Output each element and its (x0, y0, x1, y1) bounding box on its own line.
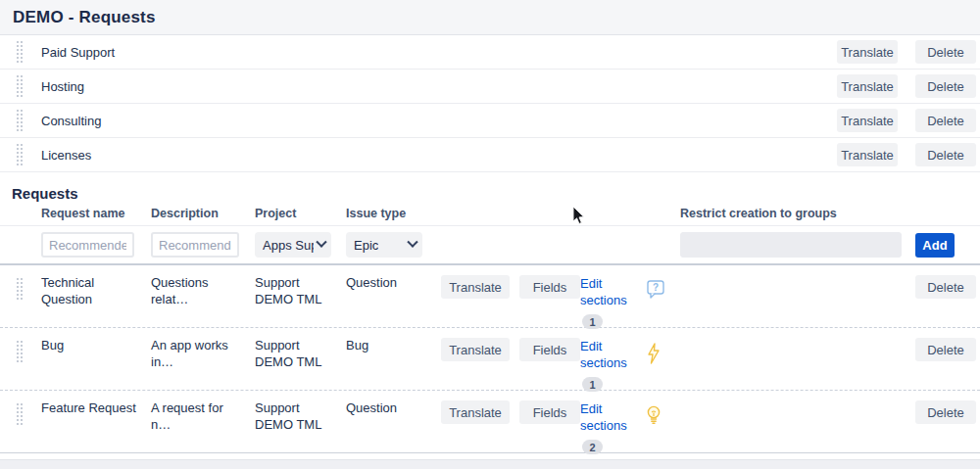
column-header-description: Description (151, 207, 255, 220)
list-item-label: Licenses (41, 148, 91, 163)
request-name-cell: Technical Question (41, 275, 151, 307)
column-header-project: Project (255, 207, 346, 220)
drag-handle-icon[interactable] (16, 402, 24, 426)
project-cell: Support DEMO TML (255, 338, 346, 370)
translate-button[interactable]: Translate (441, 400, 510, 424)
sections-count-badge: 2 (582, 440, 603, 454)
delete-button[interactable]: Delete (915, 74, 976, 98)
project-cell: Support DEMO TML (255, 275, 346, 307)
lightning-icon (645, 342, 680, 369)
delete-button[interactable]: Delete (915, 338, 976, 361)
add-button[interactable]: Add (915, 233, 955, 258)
issue-type-cell: Bug (346, 338, 441, 354)
fields-button[interactable]: Fields (519, 275, 580, 299)
sections-count-badge: 1 (582, 314, 603, 329)
drag-handle-icon[interactable] (16, 277, 24, 301)
restrict-groups-input[interactable] (680, 232, 902, 258)
request-type-list: Paid Support Translate Delete Hosting Tr… (0, 35, 980, 172)
delete-button[interactable]: Delete (915, 143, 976, 166)
footer-strip (0, 459, 980, 469)
add-request-form: Apps Supp Epic Add (0, 226, 980, 265)
chevron-down-icon (316, 237, 326, 248)
requests-table-header: Request name Description Project Issue t… (0, 202, 980, 226)
page-title: DEMO - Requests (13, 8, 156, 27)
drag-handle-icon[interactable] (16, 40, 24, 64)
drag-handle-icon[interactable] (16, 109, 24, 132)
translate-button[interactable]: Translate (837, 74, 898, 98)
column-header-request-name: Request name (41, 207, 151, 220)
lightbulb-icon (645, 404, 680, 432)
delete-button[interactable]: Delete (915, 109, 976, 132)
table-row: Feature Request A request for n… Support… (0, 391, 980, 453)
description-input[interactable] (151, 232, 239, 258)
requests-section-title: Requests (0, 172, 980, 202)
issue-type-select[interactable]: Epic (346, 232, 422, 258)
list-item: Licenses Translate Delete (0, 138, 980, 172)
project-select-value: Apps Supp (263, 238, 314, 253)
list-item: Paid Support Translate Delete (0, 35, 980, 70)
list-item: Consulting Translate Delete (0, 104, 980, 138)
column-header-issue-type: Issue type (346, 207, 441, 220)
page-header: DEMO - Requests (0, 0, 980, 35)
translate-button[interactable]: Translate (837, 143, 898, 166)
translate-button[interactable]: Translate (441, 275, 510, 299)
description-cell: A request for n… (151, 400, 255, 433)
column-header-restrict: Restrict creation to groups (680, 207, 906, 220)
drag-handle-icon[interactable] (16, 340, 24, 363)
delete-button[interactable]: Delete (915, 40, 976, 64)
issue-type-cell: Question (346, 400, 441, 417)
edit-sections-link[interactable]: Edit sections (580, 400, 645, 434)
delete-button[interactable]: Delete (915, 400, 976, 424)
fields-button[interactable]: Fields (519, 338, 580, 361)
table-row: Bug An app works in… Support DEMO TML Bu… (0, 328, 980, 391)
translate-button[interactable]: Translate (441, 338, 510, 361)
list-item-label: Paid Support (41, 45, 115, 60)
svg-text:?: ? (653, 282, 659, 293)
request-name-input[interactable] (41, 232, 134, 258)
table-row: Technical Question Questions relat… Supp… (0, 265, 980, 328)
app-window: DEMO - Requests Paid Support Translate D… (0, 0, 980, 470)
description-cell: Questions relat… (151, 275, 255, 307)
project-select[interactable]: Apps Supp (255, 232, 331, 258)
translate-button[interactable]: Translate (837, 40, 898, 64)
request-name-cell: Bug (41, 338, 151, 354)
edit-sections-link[interactable]: Edit sections (580, 338, 645, 371)
issue-type-select-value: Epic (354, 238, 378, 253)
issue-type-cell: Question (346, 275, 441, 292)
sections-count-badge: 1 (582, 377, 603, 392)
drag-handle-icon[interactable] (16, 143, 24, 166)
list-item: Hosting Translate Delete (0, 70, 980, 104)
fields-button[interactable]: Fields (519, 400, 580, 424)
project-cell: Support DEMO TML (255, 400, 346, 433)
delete-button[interactable]: Delete (915, 275, 976, 299)
chevron-down-icon (407, 237, 417, 248)
edit-sections-link[interactable]: Edit sections (580, 275, 645, 308)
translate-button[interactable]: Translate (837, 109, 898, 132)
list-item-label: Consulting (41, 114, 101, 128)
drag-handle-icon[interactable] (16, 74, 24, 98)
list-item-label: Hosting (41, 79, 84, 94)
description-cell: An app works in… (151, 338, 255, 370)
question-bubble-icon: ? (645, 279, 680, 304)
request-name-cell: Feature Request (41, 400, 151, 417)
